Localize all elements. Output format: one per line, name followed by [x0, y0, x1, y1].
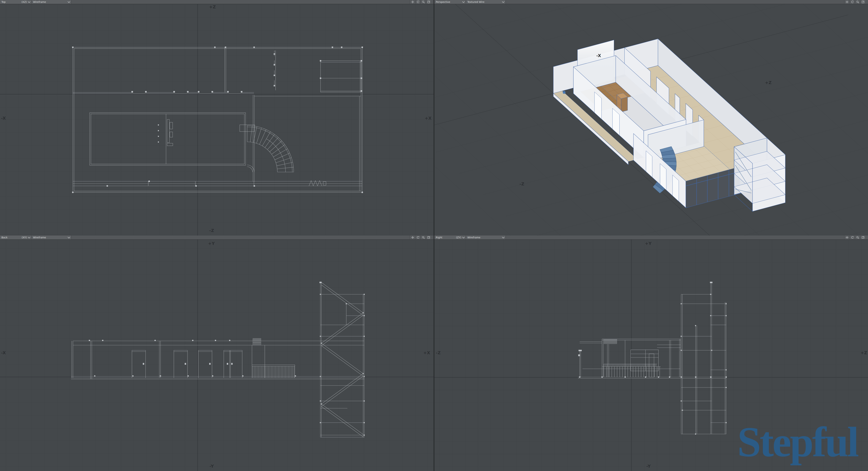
perspective-3d-model	[434, 4, 868, 235]
maximize-viewport-icon[interactable]	[860, 0, 866, 4]
viewport-toolbar	[410, 235, 431, 239]
watermark-logo: Stepful	[737, 420, 858, 463]
render-mode-selector[interactable]: Wireframe	[32, 235, 71, 239]
view-type-selector[interactable]: Top (XZ)	[0, 0, 32, 4]
chevron-down-icon	[502, 0, 504, 3]
viewport-perspective-header: Perspective Textured Wire	[434, 0, 868, 4]
viewport-top-canvas[interactable]: +Z -X +X -Z	[0, 4, 434, 235]
chevron-down-icon	[28, 0, 30, 3]
render-mode-selector[interactable]: Wireframe	[466, 235, 506, 239]
chevron-down-icon	[28, 236, 30, 238]
chevron-down-icon	[462, 236, 465, 238]
render-mode: Wireframe	[467, 236, 480, 239]
viewport-back-header: Back (XY) Wireframe	[0, 235, 434, 240]
zoom-icon[interactable]	[421, 235, 426, 239]
zoom-icon[interactable]	[855, 0, 860, 4]
viewport-back: +Y -X +X -Y Back (XY) Wireframe	[0, 235, 434, 471]
render-mode: Textured Wire	[467, 1, 485, 3]
orbit-icon[interactable]	[415, 235, 421, 239]
maximize-viewport-icon[interactable]	[426, 0, 431, 4]
pan-icon[interactable]	[844, 0, 849, 4]
orbit-icon[interactable]	[849, 0, 855, 4]
chevron-down-icon	[462, 0, 465, 3]
render-mode-selector[interactable]: Textured Wire	[466, 0, 506, 4]
view-type-selector[interactable]: Back (XY)	[0, 235, 32, 239]
chevron-down-icon	[68, 0, 70, 3]
top-view-wireframe-drawing	[0, 4, 434, 235]
viewport-top-header: Top (XZ) Wireframe	[0, 0, 434, 4]
chevron-down-icon	[68, 236, 70, 238]
chevron-down-icon	[502, 236, 504, 238]
view-name: Back	[1, 236, 7, 239]
maximize-viewport-icon[interactable]	[426, 235, 431, 239]
viewport-toolbar	[844, 0, 866, 4]
orbit-icon[interactable]	[415, 0, 421, 4]
zoom-icon[interactable]	[421, 0, 426, 4]
viewport-perspective: -X +Z -Z Perspective Textured Wire	[434, 0, 868, 235]
viewport-top: +Z -X +X -Z Top (XZ) Wireframe	[0, 0, 434, 235]
view-name: Right	[436, 236, 442, 239]
view-name: Perspective	[436, 1, 450, 3]
view-type-selector[interactable]: Right (ZY)	[434, 235, 466, 239]
application-window: +Z -X +X -Z Top (XZ) Wireframe	[0, 0, 868, 471]
view-name: Top	[1, 1, 6, 3]
viewport-perspective-canvas[interactable]: -X +Z -Z	[434, 4, 868, 235]
pan-icon[interactable]	[410, 0, 415, 4]
render-mode-selector[interactable]: Wireframe	[32, 0, 71, 4]
view-axes: (ZY)	[456, 236, 461, 239]
pan-icon[interactable]	[844, 235, 849, 239]
view-axes: (XY)	[22, 236, 27, 239]
pan-icon[interactable]	[410, 235, 415, 239]
viewport-toolbar	[844, 235, 866, 239]
view-axes: (XZ)	[22, 1, 27, 3]
view-type-selector[interactable]: Perspective	[434, 0, 466, 4]
back-view-wireframe-drawing	[0, 239, 434, 471]
maximize-viewport-icon[interactable]	[860, 235, 866, 239]
viewport-back-canvas[interactable]: +Y -X +X -Y	[0, 239, 434, 471]
render-mode: Wireframe	[33, 1, 46, 3]
orbit-icon[interactable]	[849, 235, 855, 239]
viewport-divider[interactable]	[434, 0, 434, 471]
viewport-right-header: Right (ZY) Wireframe	[434, 235, 868, 240]
zoom-icon[interactable]	[855, 235, 860, 239]
viewport-toolbar	[410, 0, 431, 4]
render-mode: Wireframe	[33, 236, 46, 239]
